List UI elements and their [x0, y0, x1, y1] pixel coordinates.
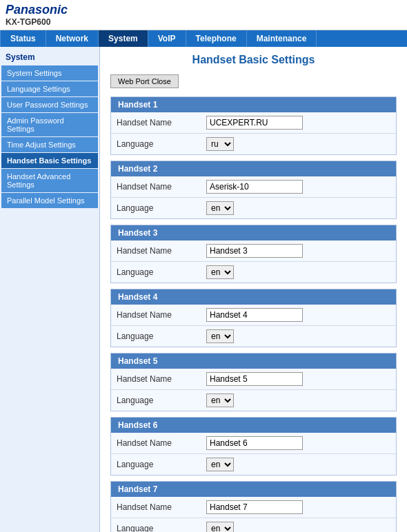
handset-4-lang-row: Languageruendefres: [111, 326, 396, 347]
nav-telephone[interactable]: Telephone: [186, 30, 247, 47]
handset-4-lang-select[interactable]: ruendefres: [206, 329, 234, 343]
sidebar-item-language-settings[interactable]: Language Settings: [1, 81, 98, 96]
handset-4-lang-label: Language: [117, 331, 206, 341]
handset-2-name-label: Handset Name: [117, 182, 206, 192]
handset-2-section: Handset 2Handset NameLanguageruendefres: [110, 161, 397, 219]
nav-maintenance[interactable]: Maintenance: [247, 30, 317, 47]
handset-1-name-row: Handset Name: [111, 112, 396, 134]
sidebar-item-user-password[interactable]: User Password Settings: [1, 97, 98, 112]
handset-1-header: Handset 1: [111, 97, 396, 112]
sidebar-item-time-adjust[interactable]: Time Adjust Settings: [1, 137, 98, 152]
handset-7-lang-select[interactable]: ruendefres: [206, 522, 234, 532]
top-nav: Status Network System VoIP Telephone Mai…: [0, 30, 407, 47]
handset-6-name-input[interactable]: [206, 436, 303, 450]
handset-7-section: Handset 7Handset NameLanguageruendefres: [110, 481, 397, 532]
sidebar-item-admin-password[interactable]: Admin Password Settings: [1, 113, 98, 136]
handset-1-lang-row: Languageruendefres: [111, 134, 396, 154]
nav-status[interactable]: Status: [0, 30, 46, 47]
handset-5-lang-label: Language: [117, 396, 206, 405]
nav-system[interactable]: System: [99, 30, 148, 47]
web-port-close-button[interactable]: Web Port Close: [110, 74, 179, 88]
layout: System System Settings Language Settings…: [0, 47, 407, 532]
handsets-container: Handset 1Handset NameLanguageruendefresH…: [110, 96, 397, 532]
handset-1-name-label: Handset Name: [117, 118, 206, 127]
handset-7-name-label: Handset Name: [117, 502, 206, 512]
handset-1-section: Handset 1Handset NameLanguageruendefres: [110, 96, 397, 155]
handset-5-lang-row: Languageruendefres: [111, 390, 396, 411]
handset-6-name-label: Handset Name: [117, 438, 206, 448]
handset-5-lang-select[interactable]: ruendefres: [206, 393, 234, 407]
handset-3-name-row: Handset Name: [111, 241, 396, 262]
handset-3-lang-label: Language: [117, 267, 206, 277]
handset-3-name-label: Handset Name: [117, 246, 206, 256]
handset-3-section: Handset 3Handset NameLanguageruendefres: [110, 225, 397, 283]
handset-3-lang-row: Languageruendefres: [111, 262, 396, 283]
handset-2-header: Handset 2: [111, 161, 396, 176]
handset-5-header: Handset 5: [111, 354, 396, 369]
handset-4-name-row: Handset Name: [111, 305, 396, 326]
sidebar-title: System: [0, 47, 99, 65]
handset-4-name-input[interactable]: [206, 308, 303, 322]
handset-2-name-input[interactable]: [206, 180, 303, 194]
brand-logo: Panasonic: [6, 3, 68, 17]
handset-7-name-row: Handset Name: [111, 497, 396, 518]
handset-5-name-input[interactable]: [206, 372, 303, 386]
sidebar-item-parallel-model[interactable]: Parallel Model Settings: [1, 193, 98, 208]
handset-7-header: Handset 7: [111, 482, 396, 497]
handset-3-name-input[interactable]: [206, 244, 303, 258]
handset-3-header: Handset 3: [111, 225, 396, 241]
handset-4-name-label: Handset Name: [117, 310, 206, 320]
handset-6-name-row: Handset Name: [111, 433, 396, 454]
page-title: Handset Basic Settings: [110, 54, 397, 66]
handset-5-name-row: Handset Name: [111, 369, 396, 390]
handset-6-lang-row: Languageruendefres: [111, 454, 396, 475]
handset-7-name-input[interactable]: [206, 500, 303, 514]
handset-1-lang-select[interactable]: ruendefres: [206, 137, 234, 151]
handset-2-lang-row: Languageruendefres: [111, 198, 396, 218]
sidebar-item-system-settings[interactable]: System Settings: [1, 65, 98, 81]
nav-network[interactable]: Network: [46, 30, 99, 47]
handset-7-lang-label: Language: [117, 524, 206, 532]
handset-6-header: Handset 6: [111, 418, 396, 433]
handset-1-lang-label: Language: [117, 139, 206, 149]
handset-5-section: Handset 5Handset NameLanguageruendefres: [110, 353, 397, 411]
handset-4-section: Handset 4Handset NameLanguageruendefres: [110, 289, 397, 347]
handset-6-lang-label: Language: [117, 460, 206, 469]
sidebar: System System Settings Language Settings…: [0, 47, 100, 532]
model-label: KX-TGP600: [6, 17, 68, 27]
header: Panasonic KX-TGP600: [0, 0, 407, 30]
handset-2-name-row: Handset Name: [111, 176, 396, 198]
handset-4-header: Handset 4: [111, 289, 396, 305]
handset-7-lang-row: Languageruendefres: [111, 518, 396, 532]
nav-voip[interactable]: VoIP: [148, 30, 186, 47]
main-content: Handset Basic Settings Web Port Close Ha…: [100, 47, 407, 532]
handset-6-lang-select[interactable]: ruendefres: [206, 458, 234, 471]
handset-1-name-input[interactable]: [206, 116, 303, 130]
sidebar-item-handset-advanced[interactable]: Handset Advanced Settings: [1, 169, 98, 192]
handset-2-lang-select[interactable]: ruendefres: [206, 201, 234, 215]
handset-6-section: Handset 6Handset NameLanguageruendefres: [110, 417, 397, 475]
handset-5-name-label: Handset Name: [117, 374, 206, 384]
handset-2-lang-label: Language: [117, 203, 206, 213]
handset-3-lang-select[interactable]: ruendefres: [206, 265, 234, 279]
sidebar-item-handset-basic[interactable]: Handset Basic Settings: [1, 153, 98, 168]
